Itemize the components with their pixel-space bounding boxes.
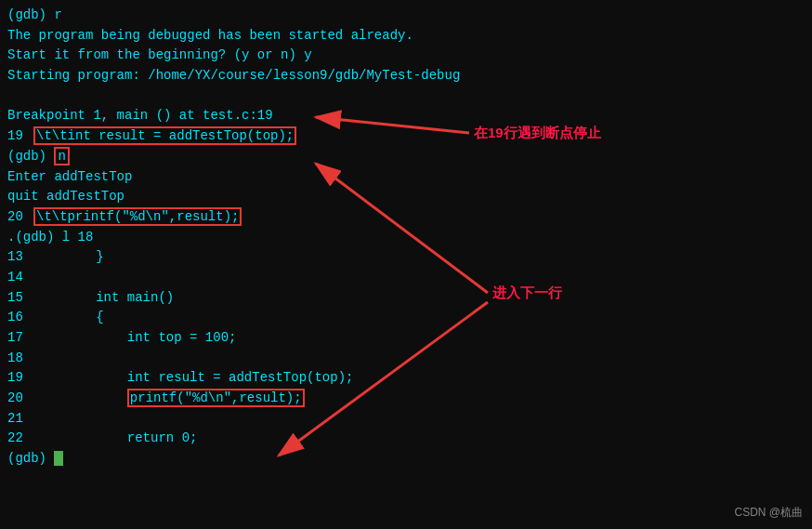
line-13: 13 } xyxy=(7,247,805,268)
line-21: 21 xyxy=(7,409,805,430)
line-14: 14 xyxy=(7,268,805,288)
line-start-prompt: Start it from the beginning? (y or n) y xyxy=(7,46,805,66)
lnum-13: 13 xyxy=(7,247,33,268)
line-20-highlight: 20\t\tprintf("%d\n",result); xyxy=(7,207,805,228)
lnum-18: 18 xyxy=(7,349,33,369)
or-text: n xyxy=(281,47,288,62)
line-gdb-l18: .(gdb) l 18 xyxy=(7,228,805,248)
line-19-highlight: 19\t\tint result = addTestTop(top); xyxy=(7,126,805,147)
line-breakpoint: Breakpoint 1, main () at test.c:19 xyxy=(7,106,805,126)
line-already: The program being debugged has been star… xyxy=(7,26,805,46)
line-num-20a: 20 xyxy=(7,207,33,228)
line-22: 22 return 0; xyxy=(7,429,805,449)
blank-line-1 xyxy=(7,86,805,107)
line-19b: 19 int result = addTestTop(top); xyxy=(7,368,805,389)
line-gdb-n: (gdb) n xyxy=(7,147,805,167)
line-16: 16 { xyxy=(7,308,805,328)
terminal: (gdb) r The program being debugged has b… xyxy=(0,0,812,529)
watermark: CSDN @梳曲 xyxy=(734,504,803,522)
line-17: 17 int top = 100; xyxy=(7,328,805,349)
line-gdb-final: (gdb) xyxy=(7,449,805,469)
terminal-cursor xyxy=(54,451,63,466)
code-20b-box: printf("%d\n",result); xyxy=(127,389,305,407)
code-19-box: \t\tint result = addTestTop(top); xyxy=(33,126,296,145)
n-box: n xyxy=(54,147,69,165)
lnum-19b: 19 xyxy=(7,368,33,389)
lnum-22: 22 xyxy=(7,429,33,449)
lnum-16: 16 xyxy=(7,308,33,328)
line-20b: 20 printf("%d\n",result); xyxy=(7,389,805,409)
code-20-box: \t\tprintf("%d\n",result); xyxy=(33,207,242,226)
line-starting: Starting program: /home/YX/course/lesson… xyxy=(7,66,805,86)
lnum-21: 21 xyxy=(7,409,33,430)
lnum-17: 17 xyxy=(7,328,33,349)
line-enter-add: Enter addTestTop xyxy=(7,167,805,188)
line-18: 18 xyxy=(7,349,805,369)
line-quit-add: quit addTestTop xyxy=(7,187,805,207)
line-15: 15 int main() xyxy=(7,288,805,309)
line-gdb-r: (gdb) r xyxy=(7,6,805,26)
lnum-14: 14 xyxy=(7,268,33,288)
line-num-19a: 19 xyxy=(7,126,33,147)
lnum-15: 15 xyxy=(7,288,33,309)
lnum-20b: 20 xyxy=(7,389,33,409)
